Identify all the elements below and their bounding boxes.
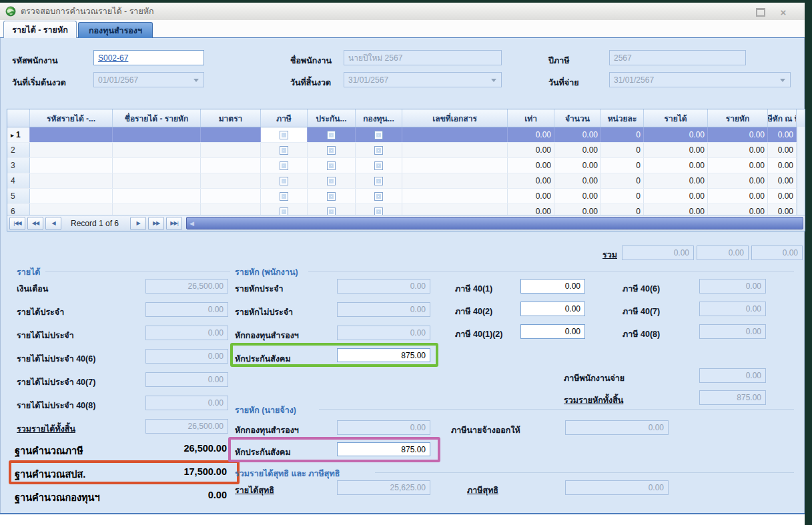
income-group-line: [45, 271, 230, 272]
period-start-label: วันที่เริ่มต้นงวด: [12, 76, 66, 89]
employee-code-field[interactable]: S002-67: [93, 50, 204, 65]
tax-402-label: ภาษี 40(2): [455, 305, 492, 318]
insurance-checkbox-cell[interactable]: [308, 143, 356, 157]
fund-checkbox-cell[interactable]: [356, 173, 402, 188]
nav-prev-button[interactable]: ◀: [45, 217, 61, 230]
tax-checkbox[interactable]: [280, 192, 288, 201]
provident-deduction-field: 0.00: [337, 326, 430, 340]
table-row[interactable]: 30.000.0000.000.000.00: [7, 158, 805, 173]
section-cell: [201, 158, 261, 173]
employee-name-label: ชื่อพนักงาน: [290, 54, 332, 67]
table-row[interactable]: ▸10.000.0000.000.000.00: [7, 127, 805, 143]
grid-header-income[interactable]: รายได้: [644, 109, 708, 127]
employee-tax-paid-label: ภาษีพนักงานจ่าย: [564, 372, 625, 385]
nav-prev-page-button[interactable]: ◀◀: [27, 217, 43, 230]
tax-checkbox[interactable]: [280, 131, 288, 139]
insurance-checkbox-cell[interactable]: [308, 158, 356, 173]
income-cell: 0.00: [644, 127, 708, 142]
times-cell: 0.00: [508, 127, 554, 142]
net-panel-line: [375, 472, 794, 473]
tax-checkbox-cell[interactable]: [261, 173, 308, 188]
grid-header-income-name[interactable]: ชื่อรายได้ - รายหัก: [113, 109, 201, 127]
insurance-checkbox-cell[interactable]: [308, 189, 356, 203]
grid-header-times[interactable]: เท่า: [508, 109, 554, 127]
tax-4012-label: ภาษี 40(1)(2): [455, 328, 502, 341]
grid-header-fund-checkbox[interactable]: กองทุน...: [356, 109, 402, 127]
fund-checkbox-cell[interactable]: [356, 127, 402, 142]
grid-header-tax-checkbox[interactable]: ภาษี: [261, 109, 308, 127]
grid-header-quantity[interactable]: จำนวน: [554, 109, 601, 127]
insurance-checkbox[interactable]: [327, 146, 336, 155]
tax-checkbox[interactable]: [280, 161, 288, 170]
table-row[interactable]: 20.000.0000.000.000.00: [7, 143, 805, 158]
tax-checkbox[interactable]: [280, 146, 288, 155]
nav-last-button[interactable]: ▶▶|: [166, 217, 182, 230]
net-income-field: 25,625.00: [337, 480, 430, 495]
tax-checkbox-cell[interactable]: [261, 127, 308, 142]
income-name-cell: [113, 158, 201, 173]
grid-header-row-number[interactable]: [7, 109, 30, 127]
fund-checkbox[interactable]: [374, 192, 383, 201]
close-window-button[interactable]: ×: [777, 7, 790, 17]
fund-checkbox[interactable]: [374, 146, 383, 155]
tax-401-field[interactable]: 0.00: [520, 279, 585, 294]
per-unit-cell: 0: [601, 143, 644, 157]
tab-income-deduction[interactable]: รายได้ - รายหัก: [3, 21, 77, 38]
insurance-checkbox[interactable]: [327, 177, 336, 185]
fund-checkbox[interactable]: [374, 131, 383, 139]
grid-header-document-no[interactable]: เลขที่เอกสาร: [402, 109, 508, 127]
insurance-checkbox-cell[interactable]: [308, 127, 356, 142]
grid-header-insurance-checkbox[interactable]: ประกัน...: [308, 109, 356, 127]
fund-checkbox-cell[interactable]: [356, 143, 402, 157]
tax-base-value: 26,500.00: [133, 443, 227, 454]
employer-provident-label: หักกองทุนสำรองฯ: [235, 424, 299, 437]
fund-checkbox[interactable]: [374, 177, 383, 185]
income-code-cell: [30, 143, 113, 157]
title-bar: ตรวจสอบการคำนวณรายได้ - รายหัก ×: [0, 3, 805, 21]
insurance-checkbox[interactable]: [327, 161, 336, 170]
insurance-checkbox-cell[interactable]: [308, 173, 356, 188]
scrollbar-left-arrow-icon: ◀: [189, 220, 194, 227]
tax-406-field: 0.00: [699, 279, 766, 294]
nav-first-button[interactable]: |◀◀: [9, 217, 25, 230]
tax-402-field[interactable]: 0.00: [520, 302, 585, 316]
tax-401-label: ภาษี 40(1): [455, 282, 492, 296]
grid-horizontal-scrollbar[interactable]: ◀: [186, 217, 803, 229]
net-income-label: รายได้สุทธิ: [235, 484, 274, 497]
grid-vertical-scrollbar[interactable]: [797, 127, 805, 215]
tax-406-label: ภาษี 40(6): [623, 282, 660, 296]
grid-header-per-unit[interactable]: หน่วยละ: [601, 109, 644, 127]
tax-checkbox-cell[interactable]: [261, 158, 308, 173]
fund-checkbox-cell[interactable]: [356, 158, 402, 173]
fund-checkbox-cell[interactable]: [356, 189, 402, 203]
window-bottom-margin: [0, 514, 805, 525]
employer-deduction-line: [319, 409, 794, 410]
grid-header-income-code[interactable]: รหัสรายได้ -...: [30, 109, 113, 127]
per-unit-cell: 0: [601, 127, 644, 142]
grid-header-section[interactable]: มาตรา: [201, 109, 261, 127]
restore-window-button[interactable]: [754, 7, 767, 17]
tax-4012-field[interactable]: 0.00: [520, 324, 585, 339]
employee-deduction-line: [308, 271, 794, 272]
table-row[interactable]: 50.000.0000.000.000.00: [7, 189, 805, 204]
fund-checkbox[interactable]: [374, 161, 383, 170]
total-income-field: 0.00: [622, 245, 694, 260]
tax-checkbox[interactable]: [280, 177, 288, 185]
nav-next-page-button[interactable]: ▶▶: [148, 217, 164, 230]
irregular-income-407-field: 0.00: [145, 372, 228, 387]
tab-income-deduction-label: รายได้ - รายหัก: [12, 23, 67, 37]
employer-deduction-legend: รายหัก (นายจ้าง): [235, 404, 296, 417]
income-code-cell: [30, 158, 113, 173]
regular-deduction-label: รายหักประจำ: [235, 282, 284, 296]
table-row[interactable]: 40.000.0000.000.000.00: [7, 173, 805, 189]
insurance-checkbox[interactable]: [327, 192, 336, 201]
tab-provident-fund[interactable]: กองทุนสำรองฯ: [78, 22, 153, 38]
employee-name-field: นายปีใหม่ 2567: [344, 50, 502, 65]
grid-header-wht[interactable]: ภาษีหัก ณ ที่...: [768, 109, 797, 127]
nav-next-button[interactable]: ▶: [130, 217, 146, 230]
tax-checkbox-cell[interactable]: [261, 189, 308, 203]
tax-checkbox-cell[interactable]: [261, 143, 308, 157]
employee-tax-paid-field: 0.00: [699, 368, 766, 383]
insurance-checkbox[interactable]: [327, 131, 336, 139]
grid-header-deduction[interactable]: รายหัก: [708, 109, 768, 127]
